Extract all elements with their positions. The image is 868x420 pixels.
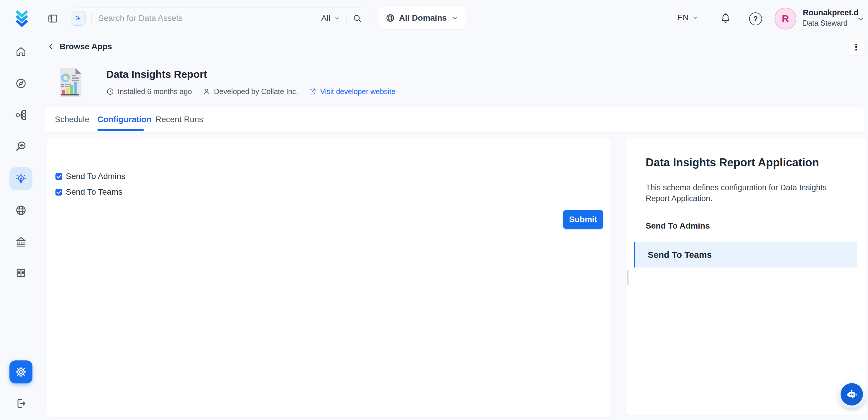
- search-scope-label: All: [321, 13, 330, 23]
- user-menu-chevron-icon[interactable]: [856, 14, 865, 24]
- domains-label: All Domains: [399, 13, 447, 23]
- home-icon: [15, 46, 27, 58]
- sparkle-icon: [74, 14, 82, 22]
- globe-icon: [385, 13, 395, 23]
- clock-icon: [106, 88, 114, 96]
- bell-icon: [720, 12, 732, 24]
- installed-text: Installed 6 months ago: [118, 87, 192, 96]
- more-options-button[interactable]: ⋮: [848, 39, 864, 55]
- app-meta: Installed 6 months ago Developed by Coll…: [106, 87, 396, 96]
- sidebar-item-observability[interactable]: [9, 135, 32, 158]
- page-title: Data Insights Report: [106, 68, 207, 80]
- schema-field-send-to-admins[interactable]: Send To Admins: [646, 221, 710, 231]
- notifications-button[interactable]: [720, 12, 732, 24]
- tab-bar: Schedule Configuration Recent Runs: [45, 107, 864, 132]
- observability-icon: [15, 141, 27, 152]
- app-icon: [58, 68, 82, 98]
- chat-assistant-button[interactable]: [839, 382, 864, 407]
- checkbox-label: Send To Teams: [66, 187, 122, 197]
- user-role: Data Steward: [803, 19, 847, 27]
- sidebar-item-home[interactable]: [9, 40, 32, 63]
- help-button[interactable]: ?: [749, 12, 762, 25]
- user-icon: [203, 88, 211, 96]
- explore-compass-icon: [15, 78, 27, 89]
- sidebar-item-settings[interactable]: [9, 360, 32, 384]
- user-name: Rounakpreet.d: [803, 8, 859, 18]
- sidebar-item-explore[interactable]: [9, 72, 32, 95]
- logout-icon: [15, 398, 27, 409]
- installed-meta: Installed 6 months ago: [106, 87, 192, 96]
- insights-bulb-icon: [15, 173, 27, 185]
- domains-dropdown[interactable]: All Domains: [378, 6, 466, 30]
- help-icon: ?: [749, 12, 762, 25]
- sidebar-divider: [7, 351, 35, 351]
- kebab-icon: ⋮: [852, 42, 861, 52]
- chevron-down-icon: [451, 14, 459, 22]
- developer-meta: Developed by Collate Inc.: [203, 87, 298, 96]
- configuration-form-card: Send To Admins Send To Teams Submit: [46, 138, 611, 417]
- search-icon[interactable]: [352, 13, 362, 23]
- developer-website-link[interactable]: Visit developer website: [309, 87, 395, 96]
- chevron-down-icon: [692, 14, 699, 21]
- search-input[interactable]: [98, 13, 321, 23]
- lineage-icon: [15, 109, 27, 121]
- checkbox-label: Send To Admins: [66, 172, 125, 181]
- page: All All Domains EN: [0, 0, 868, 420]
- tab-configuration[interactable]: Configuration: [97, 107, 152, 132]
- tab-recent-runs-label: Recent Runs: [155, 115, 203, 124]
- send-to-admins-checkbox-row[interactable]: Send To Admins: [56, 172, 125, 181]
- schema-panel-description: This schema defines configuration for Da…: [646, 182, 852, 204]
- back-chevron-icon: [46, 42, 55, 51]
- gear-icon: [15, 366, 27, 378]
- panel-scrollbar[interactable]: [627, 270, 628, 285]
- active-tab-underline: [97, 129, 144, 131]
- tab-schedule[interactable]: Schedule: [55, 107, 89, 132]
- global-search-bar[interactable]: All: [66, 7, 370, 29]
- ai-search-button[interactable]: [71, 11, 86, 26]
- checkbox-checked-icon[interactable]: [56, 173, 62, 180]
- sidebar-item-governance[interactable]: [9, 230, 32, 253]
- breadcrumb[interactable]: Browse Apps: [46, 42, 112, 51]
- breadcrumb-label: Browse Apps: [60, 42, 112, 51]
- send-to-teams-checkbox-row[interactable]: Send To Teams: [56, 187, 122, 197]
- search-scope-dropdown[interactable]: All: [321, 13, 340, 23]
- glossary-book-icon: [15, 267, 27, 279]
- sidebar-item-logout[interactable]: [9, 392, 32, 415]
- panel-toggle-icon: [47, 13, 58, 24]
- sidebar-item-insights[interactable]: [9, 167, 32, 190]
- external-link-icon: [309, 88, 316, 96]
- schema-field-label: Send To Teams: [648, 250, 712, 260]
- chevron-down-icon: [333, 15, 340, 22]
- governance-bank-icon: [15, 236, 27, 248]
- tab-configuration-label: Configuration: [97, 115, 152, 124]
- collate-logo-icon[interactable]: [13, 9, 31, 28]
- schema-panel-title: Data Insights Report Application: [646, 156, 819, 169]
- tab-recent-runs[interactable]: Recent Runs: [155, 107, 203, 132]
- sidebar-item-glossary[interactable]: [9, 262, 32, 284]
- sidebar-item-domains[interactable]: [9, 199, 32, 222]
- submit-button[interactable]: Submit: [563, 210, 603, 229]
- sidebar-toggle-button[interactable]: [47, 13, 58, 24]
- robot-icon: [845, 388, 859, 401]
- checkbox-checked-icon[interactable]: [56, 189, 62, 196]
- avatar[interactable]: R: [775, 8, 796, 30]
- developer-text: Developed by Collate Inc.: [214, 87, 298, 96]
- developer-website-label: Visit developer website: [320, 87, 395, 96]
- domains-globe-icon: [15, 204, 27, 216]
- avatar-initial: R: [782, 13, 789, 25]
- search-divider: [91, 13, 92, 24]
- language-dropdown[interactable]: EN: [677, 13, 699, 22]
- sidebar-item-lineage[interactable]: [9, 103, 32, 126]
- language-label: EN: [677, 13, 689, 22]
- schema-description-panel: Data Insights Report Application This sc…: [626, 138, 866, 415]
- tab-schedule-label: Schedule: [55, 115, 89, 124]
- sidebar: [0, 0, 42, 420]
- schema-field-send-to-teams[interactable]: Send To Teams: [634, 242, 857, 268]
